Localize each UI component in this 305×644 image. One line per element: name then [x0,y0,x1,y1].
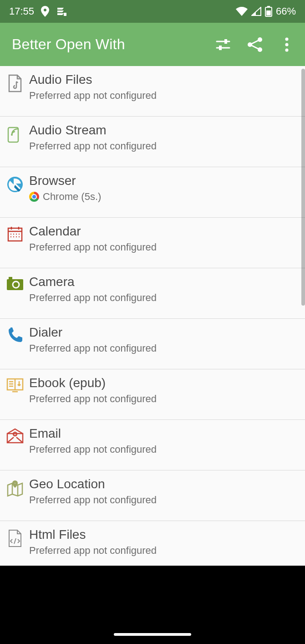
svg-rect-2 [267,6,270,7]
svg-rect-0 [64,13,66,16]
list-item-title: Browser [29,174,101,188]
cell-signal-icon [251,7,261,16]
scrollbar[interactable] [301,69,305,306]
list-item-calendar[interactable]: Calendar Preferred app not configured [0,218,305,268]
list-item-audio-files[interactable]: Audio Files Preferred app not configured [0,66,305,117]
list-item-title: Audio Files [29,72,157,87]
ebook-icon [5,376,25,393]
svg-rect-6 [224,39,227,44]
share-icon [246,36,264,53]
html-file-icon [5,527,25,547]
svg-rect-14 [8,128,18,142]
list-item-dialer[interactable]: Dialer Preferred app not configured [0,319,305,369]
status-right: 66% [236,5,296,17]
svg-rect-3 [266,10,271,15]
list-item-title: Email [29,426,157,441]
list-item-title: Geo Location [29,477,157,491]
status-time: 17:55 [9,5,34,17]
list-item-email[interactable]: @ Email Preferred app not configured [0,420,305,470]
list-item-subtitle: Chrome (5s.) [29,191,101,203]
svg-point-9 [248,42,252,47]
status-battery-text: 66% [276,5,296,17]
stack-icon [56,6,67,16]
sliders-icon [214,36,232,53]
app-actions [209,31,300,58]
map-pin-icon [5,477,25,497]
list-item-title: Audio Stream [29,123,157,138]
battery-icon [265,6,272,17]
chrome-icon [29,192,39,202]
share-button[interactable] [241,31,269,58]
list-item-title: Dialer [29,325,157,340]
list-item-subtitle: Preferred app not configured [29,393,157,405]
svg-point-13 [285,48,289,51]
list-item-subtitle: Preferred app not configured [29,241,157,253]
category-list[interactable]: Audio Files Preferred app not configured… [0,66,305,566]
audio-file-icon [5,72,25,92]
app-bar: Better Open With [0,23,305,66]
svg-rect-28 [7,279,23,290]
svg-rect-7 [219,46,222,50]
app-title: Better Open With [12,36,125,53]
svg-text:@: @ [13,432,17,436]
email-icon: @ [5,426,25,444]
list-item-ebook[interactable]: Ebook (epub) Preferred app not configure… [0,369,305,420]
list-item-subtitle: Preferred app not configured [29,444,157,455]
wifi-icon [236,7,248,16]
list-item-audio-stream[interactable]: Audio Stream Preferred app not configure… [0,117,305,167]
svg-rect-16 [8,228,22,241]
list-item-subtitle: Preferred app not configured [29,140,157,152]
more-vert-icon [285,37,289,52]
list-item-subtitle: Preferred app not configured [29,342,157,354]
list-item-subtitle: Preferred app not configured [29,494,157,506]
list-item-title: Html Files [29,527,157,542]
list-item-title: Camera [29,275,157,289]
camera-icon [5,275,25,291]
list-item-camera[interactable]: Camera Preferred app not configured [0,268,305,319]
svg-rect-29 [9,277,12,279]
list-item-title: Ebook (epub) [29,376,157,390]
navigation-bar [0,566,305,644]
phone-icon [5,325,25,344]
svg-point-11 [285,37,289,41]
location-icon [41,6,50,17]
tune-button[interactable] [209,31,237,58]
list-item-subtitle: Preferred app not configured [29,292,157,304]
list-item-browser[interactable]: Browser Chrome (5s.) [0,167,305,218]
gesture-handle[interactable] [114,633,191,636]
calendar-icon [5,224,25,242]
svg-point-12 [285,43,289,46]
list-item-geo-location[interactable]: Geo Location Preferred app not configure… [0,470,305,521]
svg-point-15 [11,134,13,136]
svg-point-8 [258,37,262,42]
svg-point-42 [14,482,16,484]
list-item-subtitle: Preferred app not configured [29,90,157,102]
overflow-menu-button[interactable] [273,31,300,58]
list-item-subtitle: Preferred app not configured [29,545,157,557]
svg-point-10 [258,47,262,52]
audio-stream-icon [5,123,25,143]
list-item-title: Calendar [29,224,157,239]
list-item-html-files[interactable]: Html Files Preferred app not configured [0,521,305,566]
status-left: 17:55 [9,5,67,17]
browser-icon [5,174,25,194]
status-bar: 17:55 66% [0,0,305,23]
